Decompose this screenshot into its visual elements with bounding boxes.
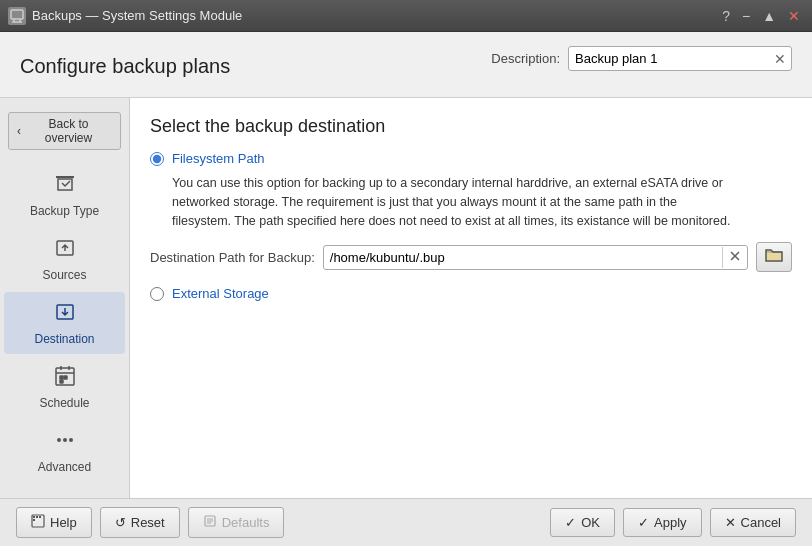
help-titlebar-button[interactable]: ? xyxy=(718,8,734,24)
titlebar-left: Backups — System Settings Module xyxy=(8,7,242,25)
filesystem-radio[interactable] xyxy=(150,152,164,166)
sidebar-item-schedule[interactable]: Schedule xyxy=(4,356,125,418)
sidebar-item-label-advanced: Advanced xyxy=(38,460,91,474)
titlebar-controls: ? − ▲ ✕ xyxy=(718,8,804,24)
back-chevron-icon: ‹ xyxy=(17,124,21,138)
content-area: ‹ Back to overview Backup Type xyxy=(0,98,812,498)
window-title: Backups — System Settings Module xyxy=(32,8,242,23)
destination-icon xyxy=(53,300,77,328)
description-clear-button[interactable]: ✕ xyxy=(769,49,791,69)
svg-rect-11 xyxy=(64,376,67,379)
reset-label: Reset xyxy=(131,515,165,530)
apply-label: Apply xyxy=(654,515,687,530)
external-storage-radio[interactable] xyxy=(150,287,164,301)
cancel-icon: ✕ xyxy=(725,515,736,530)
svg-rect-21 xyxy=(39,516,41,518)
schedule-icon xyxy=(53,364,77,392)
cancel-button[interactable]: ✕ Cancel xyxy=(710,508,796,537)
help-icon xyxy=(31,514,45,531)
sidebar-item-sources[interactable]: Sources xyxy=(4,228,125,290)
sidebar-item-backup-type[interactable]: Backup Type xyxy=(4,164,125,226)
filesystem-description: You can use this option for backing up t… xyxy=(172,174,732,230)
defaults-label: Defaults xyxy=(222,515,270,530)
sidebar-item-label-schedule: Schedule xyxy=(39,396,89,410)
back-to-overview-button[interactable]: ‹ Back to overview xyxy=(8,112,121,150)
cancel-label: Cancel xyxy=(741,515,781,530)
external-storage-option: External Storage xyxy=(150,286,792,301)
path-label: Destination Path for Backup: xyxy=(150,250,315,265)
sources-icon xyxy=(53,236,77,264)
sidebar-item-advanced[interactable]: Advanced xyxy=(4,420,125,482)
sidebar-item-label-destination: Destination xyxy=(34,332,94,346)
svg-rect-0 xyxy=(11,10,23,19)
svg-point-13 xyxy=(57,438,61,442)
external-storage-label[interactable]: External Storage xyxy=(172,286,269,301)
help-button[interactable]: Help xyxy=(16,507,92,538)
apply-icon: ✓ xyxy=(638,515,649,530)
svg-rect-20 xyxy=(36,516,38,518)
page-title: Configure backup plans xyxy=(20,55,230,78)
main-panel: Select the backup destination Filesystem… xyxy=(130,98,812,498)
ok-icon: ✓ xyxy=(565,515,576,530)
svg-point-14 xyxy=(63,438,67,442)
reset-button[interactable]: ↺ Reset xyxy=(100,507,180,538)
path-row: Destination Path for Backup: xyxy=(150,242,792,272)
ok-label: OK xyxy=(581,515,600,530)
description-input-wrap: ✕ xyxy=(568,46,792,71)
titlebar: Backups — System Settings Module ? − ▲ ✕ xyxy=(0,0,812,32)
bottom-left-buttons: Help ↺ Reset Defaults xyxy=(16,507,284,538)
minimize-button[interactable]: − xyxy=(738,8,754,24)
description-input[interactable] xyxy=(569,47,769,70)
apply-button[interactable]: ✓ Apply xyxy=(623,508,702,537)
svg-rect-12 xyxy=(60,380,63,383)
back-label: Back to overview xyxy=(25,117,112,145)
defaults-button[interactable]: Defaults xyxy=(188,507,285,538)
ok-button[interactable]: ✓ OK xyxy=(550,508,615,537)
bottom-bar: Help ↺ Reset Defaults ✓ xyxy=(0,498,812,546)
close-button[interactable]: ✕ xyxy=(784,8,804,24)
defaults-icon xyxy=(203,514,217,531)
header: Configure backup plans Description: ✕ xyxy=(0,32,812,98)
svg-point-15 xyxy=(69,438,73,442)
sidebar-item-destination[interactable]: Destination xyxy=(4,292,125,354)
svg-rect-10 xyxy=(60,376,63,379)
backup-type-icon xyxy=(53,172,77,200)
help-label: Help xyxy=(50,515,77,530)
filesystem-option: Filesystem Path xyxy=(150,151,792,166)
maximize-button[interactable]: ▲ xyxy=(758,8,780,24)
path-browse-button[interactable] xyxy=(756,242,792,272)
sidebar: ‹ Back to overview Backup Type xyxy=(0,98,130,498)
header-row: Configure backup plans Description: ✕ xyxy=(20,46,792,87)
section-title: Select the backup destination xyxy=(150,116,792,137)
advanced-icon xyxy=(53,428,77,456)
path-input[interactable] xyxy=(324,246,722,269)
description-label: Description: xyxy=(491,51,560,66)
path-input-wrap xyxy=(323,245,748,270)
reset-icon: ↺ xyxy=(115,515,126,530)
svg-rect-19 xyxy=(33,516,35,518)
path-clear-button[interactable] xyxy=(722,247,747,268)
description-row: Description: ✕ xyxy=(491,46,792,71)
sidebar-item-label-sources: Sources xyxy=(42,268,86,282)
filesystem-label[interactable]: Filesystem Path xyxy=(172,151,264,166)
sidebar-item-label-backup-type: Backup Type xyxy=(30,204,99,218)
svg-rect-22 xyxy=(33,519,35,521)
main-window: Configure backup plans Description: ✕ ‹ … xyxy=(0,32,812,546)
app-icon xyxy=(8,7,26,25)
bottom-right-buttons: ✓ OK ✓ Apply ✕ Cancel xyxy=(550,508,796,537)
